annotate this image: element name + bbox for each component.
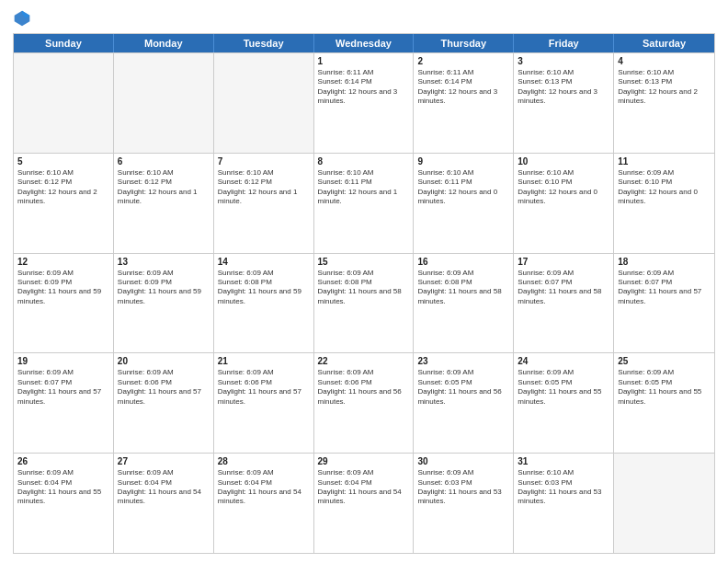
calendar-header: SundayMondayTuesdayWednesdayThursdayFrid… [14,34,714,52]
page: SundayMondayTuesdayWednesdayThursdayFrid… [0,0,728,563]
day-info: Sunrise: 6:10 AM Sunset: 6:03 PM Dayligh… [518,468,609,507]
calendar-cell: 18Sunrise: 6:09 AM Sunset: 6:07 PM Dayli… [614,254,714,353]
day-number: 16 [417,257,509,267]
calendar-cell: 13Sunrise: 6:09 AM Sunset: 6:09 PM Dayli… [114,254,214,353]
day-info: Sunrise: 6:10 AM Sunset: 6:13 PM Dayligh… [618,68,711,107]
day-number: 9 [417,156,509,167]
day-number: 26 [17,456,109,466]
day-info: Sunrise: 6:10 AM Sunset: 6:11 PM Dayligh… [318,168,410,207]
day-info: Sunrise: 6:10 AM Sunset: 6:11 PM Dayligh… [417,168,509,207]
day-number: 7 [218,156,310,167]
day-number: 5 [17,156,109,167]
day-info: Sunrise: 6:11 AM Sunset: 6:14 PM Dayligh… [318,68,410,107]
day-number: 18 [618,257,711,267]
day-info: Sunrise: 6:10 AM Sunset: 6:12 PM Dayligh… [118,168,210,207]
day-number: 27 [118,456,210,466]
calendar-body: 1Sunrise: 6:11 AM Sunset: 6:14 PM Daylig… [14,52,714,553]
header-day-saturday: Saturday [614,34,714,52]
calendar-cell: 4Sunrise: 6:10 AM Sunset: 6:13 PM Daylig… [614,53,714,153]
day-number: 28 [218,456,310,466]
calendar-cell [114,53,214,153]
calendar-cell: 3Sunrise: 6:10 AM Sunset: 6:13 PM Daylig… [514,53,614,153]
day-number: 31 [518,456,609,466]
calendar-cell: 12Sunrise: 6:09 AM Sunset: 6:09 PM Dayli… [14,254,114,353]
header-day-monday: Monday [114,34,214,52]
calendar-cell: 6Sunrise: 6:10 AM Sunset: 6:12 PM Daylig… [114,154,214,253]
calendar-cell: 29Sunrise: 6:09 AM Sunset: 6:04 PM Dayli… [314,454,415,553]
calendar-row-2: 12Sunrise: 6:09 AM Sunset: 6:09 PM Dayli… [14,253,714,353]
day-number: 25 [618,356,711,366]
day-number: 30 [417,456,509,466]
day-info: Sunrise: 6:09 AM Sunset: 6:09 PM Dayligh… [118,269,210,307]
day-number: 13 [118,257,210,267]
calendar-row-3: 19Sunrise: 6:09 AM Sunset: 6:07 PM Dayli… [14,352,714,453]
day-info: Sunrise: 6:09 AM Sunset: 6:06 PM Dayligh… [218,368,310,407]
day-info: Sunrise: 6:09 AM Sunset: 6:03 PM Dayligh… [417,468,509,507]
day-info: Sunrise: 6:11 AM Sunset: 6:14 PM Dayligh… [417,68,509,107]
calendar-cell: 30Sunrise: 6:09 AM Sunset: 6:03 PM Dayli… [414,454,514,553]
day-info: Sunrise: 6:09 AM Sunset: 6:07 PM Dayligh… [17,368,109,407]
day-info: Sunrise: 6:09 AM Sunset: 6:05 PM Dayligh… [518,368,609,407]
day-info: Sunrise: 6:09 AM Sunset: 6:04 PM Dayligh… [17,468,109,507]
calendar-cell: 10Sunrise: 6:10 AM Sunset: 6:10 PM Dayli… [514,154,614,253]
calendar: SundayMondayTuesdayWednesdayThursdayFrid… [13,33,715,554]
day-number: 29 [318,456,410,466]
logo [13,9,33,28]
calendar-cell: 23Sunrise: 6:09 AM Sunset: 6:05 PM Dayli… [414,353,514,453]
day-number: 14 [218,257,310,267]
calendar-cell: 1Sunrise: 6:11 AM Sunset: 6:14 PM Daylig… [314,53,415,153]
day-info: Sunrise: 6:09 AM Sunset: 6:08 PM Dayligh… [318,269,410,307]
day-info: Sunrise: 6:09 AM Sunset: 6:04 PM Dayligh… [218,468,310,507]
day-number: 8 [318,156,410,167]
header-day-sunday: Sunday [14,34,114,52]
calendar-cell: 25Sunrise: 6:09 AM Sunset: 6:05 PM Dayli… [614,353,714,453]
calendar-cell [214,53,314,153]
calendar-cell: 27Sunrise: 6:09 AM Sunset: 6:04 PM Dayli… [114,454,214,553]
calendar-cell: 17Sunrise: 6:09 AM Sunset: 6:07 PM Dayli… [514,254,614,353]
day-info: Sunrise: 6:09 AM Sunset: 6:08 PM Dayligh… [218,269,310,307]
day-number: 17 [518,257,609,267]
day-number: 6 [118,156,210,167]
header-day-thursday: Thursday [414,34,514,52]
calendar-cell: 2Sunrise: 6:11 AM Sunset: 6:14 PM Daylig… [414,53,514,153]
header [13,9,715,28]
day-info: Sunrise: 6:09 AM Sunset: 6:07 PM Dayligh… [618,269,711,307]
calendar-cell: 16Sunrise: 6:09 AM Sunset: 6:08 PM Dayli… [414,254,514,353]
calendar-cell: 15Sunrise: 6:09 AM Sunset: 6:08 PM Dayli… [314,254,415,353]
logo-icon [13,9,31,28]
day-info: Sunrise: 6:09 AM Sunset: 6:05 PM Dayligh… [618,368,711,407]
day-info: Sunrise: 6:09 AM Sunset: 6:06 PM Dayligh… [318,368,410,407]
day-number: 20 [118,356,210,366]
day-info: Sunrise: 6:09 AM Sunset: 6:07 PM Dayligh… [518,269,609,307]
header-day-friday: Friday [514,34,614,52]
day-number: 2 [417,56,509,66]
calendar-cell: 24Sunrise: 6:09 AM Sunset: 6:05 PM Dayli… [514,353,614,453]
header-day-tuesday: Tuesday [214,34,314,52]
calendar-cell: 26Sunrise: 6:09 AM Sunset: 6:04 PM Dayli… [14,454,114,553]
day-number: 22 [318,356,410,366]
calendar-cell: 21Sunrise: 6:09 AM Sunset: 6:06 PM Dayli… [214,353,314,453]
header-day-wednesday: Wednesday [314,34,415,52]
calendar-cell: 5Sunrise: 6:10 AM Sunset: 6:12 PM Daylig… [14,154,114,253]
calendar-row-0: 1Sunrise: 6:11 AM Sunset: 6:14 PM Daylig… [14,52,714,153]
day-number: 1 [318,56,410,66]
day-info: Sunrise: 6:10 AM Sunset: 6:12 PM Dayligh… [218,168,310,207]
day-number: 4 [618,56,711,66]
calendar-cell: 28Sunrise: 6:09 AM Sunset: 6:04 PM Dayli… [214,454,314,553]
calendar-cell: 20Sunrise: 6:09 AM Sunset: 6:06 PM Dayli… [114,353,214,453]
day-info: Sunrise: 6:09 AM Sunset: 6:05 PM Dayligh… [417,368,509,407]
calendar-row-1: 5Sunrise: 6:10 AM Sunset: 6:12 PM Daylig… [14,153,714,253]
day-info: Sunrise: 6:09 AM Sunset: 6:04 PM Dayligh… [318,468,410,507]
calendar-cell: 19Sunrise: 6:09 AM Sunset: 6:07 PM Dayli… [14,353,114,453]
day-number: 3 [518,56,609,66]
calendar-cell: 7Sunrise: 6:10 AM Sunset: 6:12 PM Daylig… [214,154,314,253]
calendar-cell [614,454,714,553]
day-number: 23 [417,356,509,366]
calendar-cell: 14Sunrise: 6:09 AM Sunset: 6:08 PM Dayli… [214,254,314,353]
day-number: 21 [218,356,310,366]
day-info: Sunrise: 6:10 AM Sunset: 6:13 PM Dayligh… [518,68,609,107]
day-number: 11 [618,156,711,167]
calendar-cell: 31Sunrise: 6:10 AM Sunset: 6:03 PM Dayli… [514,454,614,553]
day-number: 19 [17,356,109,366]
calendar-cell: 22Sunrise: 6:09 AM Sunset: 6:06 PM Dayli… [314,353,415,453]
